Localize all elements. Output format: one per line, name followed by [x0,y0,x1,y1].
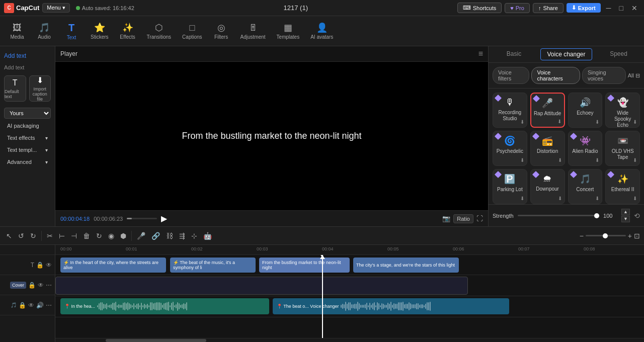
fit-view-button[interactable]: ⊡ [634,232,640,240]
vsub-voice-characters[interactable]: Voice characters [531,67,580,84]
audio-eye-icon[interactable]: 👁 [28,302,34,309]
strength-down-button[interactable]: ▼ [621,216,630,222]
text-clip-1[interactable]: ⚡ In the heart of the city, where the st… [60,258,166,273]
audio-clip-1[interactable]: 📍 In the hea... [60,298,269,314]
voice-download-icon[interactable]: ⬇ [595,196,599,201]
tool-media[interactable]: 🖼 Media [4,20,30,43]
player-menu-icon[interactable]: ≡ [478,49,483,58]
camera-btn[interactable]: 📷 [442,215,450,222]
stabilize-button[interactable]: ◉ [106,231,116,241]
voice-download-icon[interactable]: ⬇ [520,119,524,125]
voice-download-icon[interactable]: ⬇ [595,119,599,125]
voice-card-recording_studio[interactable]: 🎙Recording Studio⬇ [493,93,527,128]
shortcuts-button[interactable]: ⌨ Shortcuts [457,3,502,13]
zoom-slider[interactable] [586,235,626,236]
unlink-button[interactable]: ⛓ [164,231,175,241]
fullscreen-btn[interactable]: ⛶ [476,215,483,222]
ai-cut-button[interactable]: 🤖 [201,231,214,241]
strength-slider[interactable] [518,215,599,216]
tool-filters[interactable]: ◎ Filters [208,19,234,43]
minimize-button[interactable]: ─ [604,4,614,12]
yours-dropdown[interactable]: Yours [4,108,51,119]
export-button[interactable]: ⬇ Export [567,3,601,13]
voice-card-downpour[interactable]: 🌧Downpour⬇ [530,169,565,204]
text-clip-4[interactable]: The city's a stage, and we're the stars … [353,258,459,273]
delete-button[interactable]: 🗑 [81,231,92,241]
cursor-tool[interactable]: ↖ [4,231,14,241]
voice-card-parking_lot[interactable]: 🅿️Parking Lot⬇ [493,169,527,204]
text-clip-2[interactable]: ⚡ The beat of the music, it's a symphony… [170,258,256,273]
vsub-singing-voices[interactable]: Singing voices [582,67,626,84]
audio-clip-2[interactable]: 📍 The beat o... Voice changer [273,298,509,314]
undo-button[interactable]: ↺ [16,231,26,241]
voice-card-old_vhs_tape[interactable]: 📼OLD VHS Tape⬇ [605,131,640,166]
voice-download-icon[interactable]: ⬇ [557,119,561,124]
ai-packaging-item[interactable]: AI packaging [4,121,51,131]
share-button[interactable]: ↑ Share [533,3,564,13]
maximize-button[interactable]: □ [617,4,626,12]
voice-download-icon[interactable]: ⬇ [520,196,524,201]
voice-download-icon[interactable]: ⬇ [633,119,637,125]
voice-download-icon[interactable]: ⬇ [633,196,637,201]
tab-speed[interactable]: Speed [593,46,644,62]
text-effects-item[interactable]: Text effects [4,133,51,143]
text-eye-icon[interactable]: 👁 [46,262,52,269]
cover-clip[interactable] [55,277,468,295]
menu-button[interactable]: Menu ▾ [42,3,70,13]
tool-stickers[interactable]: ⭐ Stickers [86,19,114,43]
voice-card-rap_attitude[interactable]: 🎤Rap Attitude⬇ [530,93,565,128]
tool-adjustment[interactable]: 🎚 Adjustment [235,20,271,43]
strength-reset-button[interactable]: ⟲ [634,212,640,220]
play-button[interactable]: ▶ [161,214,167,223]
cover-eye-icon[interactable]: 👁 [38,282,44,289]
tool-text[interactable]: T Text [58,19,85,43]
detach-button[interactable]: ⊹ [189,231,199,241]
ratio-button[interactable]: Ratio [453,214,473,223]
trim-left-button[interactable]: ⊢ [57,231,67,241]
tab-basic[interactable]: Basic [489,46,539,62]
split-button[interactable]: ✂ [45,231,55,241]
strength-up-button[interactable]: ▲ [621,209,630,215]
tool-effects[interactable]: ✨ Effects [115,19,141,43]
voice-download-icon[interactable]: ⬇ [595,157,599,163]
audio-lock-icon[interactable]: 🔒 [19,302,26,309]
link-button[interactable]: 🔗 [149,231,162,241]
close-button[interactable]: ✕ [629,4,640,12]
import-caption-card[interactable]: ⬇ Import caption file [29,75,51,102]
voice-card-alien_radio[interactable]: 👾Alien Radio⬇ [568,131,603,166]
voice-download-icon[interactable]: ⬇ [558,196,562,201]
voice-card-concert[interactable]: 🎵Concert⬇ [568,169,603,204]
audio-more-icon[interactable]: ⋯ [46,302,52,309]
join-button[interactable]: ⇶ [177,231,187,241]
tab-voice-changer[interactable]: Voice changer [540,48,592,60]
timeline-scrollbar[interactable] [55,338,644,342]
mic-button[interactable]: 🎤 [135,231,147,241]
add-text-button[interactable]: Add text [4,50,51,61]
text-clip-3[interactable]: From the bustling market to the neon-lit… [259,258,350,273]
voice-download-icon[interactable]: ⬇ [558,157,562,163]
text-lock-icon[interactable]: 🔒 [36,262,44,269]
cover-lock-icon[interactable]: 🔒 [28,282,36,289]
voice-card-psychedelic[interactable]: 🌀Psychedelic⬇ [493,131,527,166]
text-templates-item[interactable]: Text templ... [4,145,51,155]
zoom-in-button[interactable]: + [628,232,632,240]
voice-card-echoey[interactable]: 🔊Echoey⬇ [568,93,603,128]
scroll-thumb[interactable] [106,339,206,342]
tool-audio[interactable]: 🎵 Audio [31,19,57,43]
voice-card-ethereal_ii[interactable]: ✨Ethereal II⬇ [605,169,640,204]
vsub-voice-filters[interactable]: Voice filters [493,67,529,84]
default-text-card[interactable]: T Default text [4,75,26,102]
tool-ai-avatars[interactable]: 👤 AI avatars [305,19,338,43]
tool-templates[interactable]: ▦ Templates [272,19,305,43]
tool-transitions[interactable]: ⬡ Transitions [142,19,177,43]
tool-captions[interactable]: □ Captions [177,20,207,43]
loop-button[interactable]: ↻ [94,231,104,241]
audio-volume-icon[interactable]: 🔊 [36,302,44,309]
all-filter-button[interactable]: All ⊟ [628,67,640,84]
redo-button[interactable]: ↻ [28,231,38,241]
voice-card-distortion[interactable]: 📻Distortion⬇ [530,131,565,166]
playhead[interactable] [322,255,323,338]
cover-more-icon[interactable]: ⋯ [46,282,52,289]
voice-card-wide_spooky_echo[interactable]: 👻Wide Spooky Echo⬇ [605,93,640,128]
voice-download-icon[interactable]: ⬇ [520,157,524,163]
